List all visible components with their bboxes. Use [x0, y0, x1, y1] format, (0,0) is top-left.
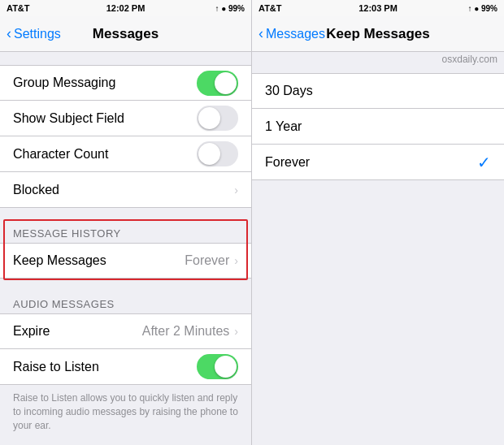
left-back-button[interactable]: ‹ Settings — [7, 25, 61, 42]
audio-section-wrapper: AUDIO MESSAGES Expire After 2 Minutes › … — [0, 292, 251, 439]
left-time: 12:02 PM — [106, 3, 146, 13]
right-signal: ↑ ● 99% — [467, 4, 497, 13]
show-subject-label: Show Subject Field — [13, 111, 197, 126]
character-count-toggle[interactable] — [197, 141, 238, 166]
row-raise-to-listen[interactable]: Raise to Listen — [0, 349, 251, 385]
expire-chevron-icon: › — [234, 325, 238, 338]
right-panel: AT&T 12:03 PM ↑ ● 99% ‹ Messages Keep Me… — [252, 0, 504, 445]
left-panel: AT&T 12:02 PM ↑ ● 99% ‹ Settings Message… — [0, 0, 252, 445]
row-keep-messages[interactable]: Keep Messages Forever › — [0, 243, 251, 279]
option-1-year-label: 1 Year — [265, 119, 491, 134]
back-chevron-icon: ‹ — [7, 25, 11, 42]
toggle-knob — [215, 72, 237, 94]
option-1-year[interactable]: 1 Year — [252, 109, 504, 145]
toggle-knob-2 — [198, 107, 220, 129]
left-signal: ↑ ● 99% — [215, 4, 245, 13]
option-forever-label: Forever — [265, 155, 477, 170]
expire-value: After 2 Minutes — [142, 324, 230, 339]
keep-messages-value: Forever — [185, 253, 229, 268]
row-show-subject[interactable]: Show Subject Field — [0, 101, 251, 136]
blocked-label: Blocked — [13, 183, 234, 197]
group-messaging-label: Group Messaging — [13, 76, 197, 90]
right-back-chevron-icon: ‹ — [259, 25, 263, 42]
right-carrier: AT&T — [259, 3, 282, 13]
checkmark-icon: ✓ — [477, 153, 491, 172]
left-status-bar: AT&T 12:02 PM ↑ ● 99% — [0, 0, 251, 16]
left-nav-bar: ‹ Settings Messages — [0, 16, 251, 52]
right-nav-title: Keep Messages — [326, 26, 430, 42]
toggle-knob-4 — [215, 356, 237, 378]
keep-messages-options: 30 Days 1 Year Forever ✓ — [252, 73, 504, 180]
right-status-bar: AT&T 12:03 PM ↑ ● 99% — [252, 0, 504, 16]
left-nav-title: Messages — [93, 26, 159, 42]
row-group-messaging[interactable]: Group Messaging — [0, 65, 251, 101]
expire-label: Expire — [13, 324, 142, 339]
left-carrier: AT&T — [7, 3, 30, 13]
right-nav-bar: ‹ Messages Keep Messages — [252, 16, 504, 52]
right-back-label: Messages — [266, 27, 325, 41]
signal-icon: ↑ ● 99% — [215, 4, 245, 13]
message-history-highlight-wrapper: MESSAGE HISTORY Keep Messages Forever › — [0, 221, 251, 279]
left-settings-list: Group Messaging Show Subject Field Chara… — [0, 52, 251, 445]
option-30-days-label: 30 Days — [265, 84, 491, 98]
toggle-knob-3 — [198, 143, 220, 165]
audio-messages-header: AUDIO MESSAGES — [0, 292, 251, 313]
show-subject-toggle[interactable] — [197, 106, 238, 131]
group-messaging-toggle[interactable] — [197, 71, 238, 96]
blocked-chevron-icon: › — [234, 184, 238, 197]
message-history-header: MESSAGE HISTORY — [0, 221, 251, 243]
raise-to-listen-description: Raise to Listen allows you to quickly li… — [0, 385, 251, 439]
audio-section: Expire After 2 Minutes › Raise to Listen — [0, 313, 251, 385]
watermark: osxdaily.com — [252, 52, 504, 67]
option-forever[interactable]: Forever ✓ — [252, 145, 504, 180]
row-blocked[interactable]: Blocked › — [0, 172, 251, 208]
back-label: Settings — [14, 27, 61, 41]
top-section: Group Messaging Show Subject Field Chara… — [0, 65, 251, 208]
right-back-button[interactable]: ‹ Messages — [259, 25, 325, 42]
raise-to-listen-label: Raise to Listen — [13, 360, 197, 374]
keep-messages-label: Keep Messages — [13, 253, 185, 268]
keep-messages-chevron-icon: › — [234, 254, 238, 267]
option-30-days[interactable]: 30 Days — [252, 73, 504, 109]
character-count-label: Character Count — [13, 147, 197, 162]
message-history-section: Keep Messages Forever › — [0, 243, 251, 279]
row-expire[interactable]: Expire After 2 Minutes › — [0, 313, 251, 349]
row-character-count[interactable]: Character Count — [0, 136, 251, 172]
right-time: 12:03 PM — [358, 3, 398, 13]
raise-to-listen-toggle[interactable] — [197, 354, 238, 379]
